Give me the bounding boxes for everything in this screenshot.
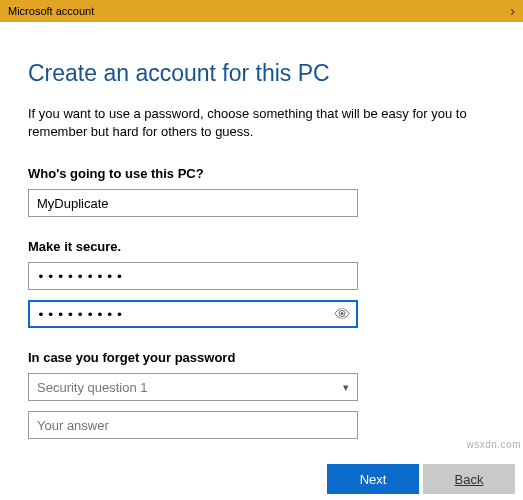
chevron-right-icon[interactable]: › [510, 0, 515, 22]
back-button[interactable]: Back [423, 464, 515, 494]
content-area: Create an account for this PC If you wan… [0, 22, 523, 439]
password-input[interactable] [28, 262, 358, 290]
button-bar: Next Back [0, 458, 523, 500]
confirm-password-wrap [28, 300, 358, 328]
next-button[interactable]: Next [327, 464, 419, 494]
page-description: If you want to use a password, choose so… [28, 105, 488, 140]
confirm-password-input[interactable] [28, 300, 358, 328]
reveal-password-icon[interactable] [334, 307, 350, 322]
security-question-label: In case you forget your password [28, 350, 495, 365]
chevron-down-icon: ▾ [343, 381, 349, 394]
security-answer-input[interactable] [28, 411, 358, 439]
password-section-label: Make it secure. [28, 239, 495, 254]
title-bar: Microsoft account › [0, 0, 523, 22]
security-question-select[interactable]: Security question 1 ▾ [28, 373, 358, 401]
username-label: Who's going to use this PC? [28, 166, 495, 181]
svg-point-0 [341, 312, 344, 315]
title-bar-text: Microsoft account [8, 0, 94, 22]
watermark: wsxdn.com [466, 439, 521, 450]
page-heading: Create an account for this PC [28, 60, 495, 87]
security-question-value: Security question 1 [37, 380, 148, 395]
username-input[interactable] [28, 189, 358, 217]
